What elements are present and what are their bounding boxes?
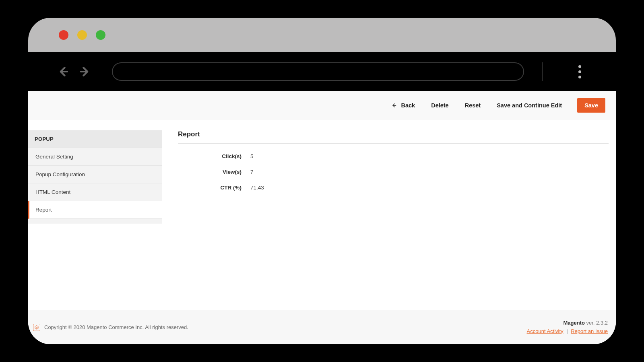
sidebar-item-report[interactable]: Report [28,201,162,219]
save-continue-label: Save and Continue Edit [497,102,562,109]
reset-label: Reset [465,102,481,109]
toolbar-separator [542,62,543,81]
main-panel: Report Click(s) 5 View(s) 7 CTR (%) 71.4… [162,130,609,224]
window-maximize-icon[interactable] [96,30,105,40]
nav-forward-button[interactable] [78,65,92,78]
footer-brand: Magento [563,320,584,326]
sidebar-heading: POPUP [28,130,162,148]
sidebar: POPUP General Setting Popup Configuratio… [28,130,162,224]
sidebar-item-label: Popup Configuration [35,171,85,177]
sidebar-item-popup-configuration[interactable]: Popup Configuration [28,166,162,183]
sidebar-item-label: Report [35,207,52,213]
sidebar-item-label: General Setting [35,154,73,160]
back-label: Back [401,102,415,109]
sidebar-item-label: HTML Content [35,189,70,195]
content-body: POPUP General Setting Popup Configuratio… [28,120,616,236]
report-row-ctr: CTR (%) 71.43 [178,185,609,191]
back-button[interactable]: Back [390,102,416,109]
report-row-views: View(s) 7 [178,169,609,175]
window-minimize-icon[interactable] [77,30,87,40]
browser-toolbar [28,52,616,91]
copyright-text: Copyright © 2020 Magento Commerce Inc. A… [44,324,188,330]
magento-logo-icon [33,324,40,331]
window-close-icon[interactable] [59,30,68,40]
footer-link-separator: | [566,328,568,334]
save-label: Save [584,102,598,109]
reset-button[interactable]: Reset [464,102,482,109]
footer: Copyright © 2020 Magento Commerce Inc. A… [28,310,616,344]
footer-right: Magento ver. 2.3.2 Account Activity | Re… [527,319,608,336]
report-issue-link[interactable]: Report an Issue [571,328,608,334]
sidebar-item-html-content[interactable]: HTML Content [28,183,162,201]
report-value: 71.43 [250,185,264,191]
app-viewport: Back Delete Reset Save and Continue Edit… [28,91,616,344]
report-value: 7 [250,169,254,175]
report-label: Click(s) [178,153,250,159]
sidebar-spacer [28,219,162,224]
account-activity-link[interactable]: Account Activity [527,328,564,334]
footer-left: Copyright © 2020 Magento Commerce Inc. A… [33,324,188,331]
section-title: Report [178,130,609,144]
window-controls [28,18,616,52]
delete-button[interactable]: Delete [430,102,450,109]
report-label: View(s) [178,169,250,175]
arrow-left-icon [391,103,397,108]
report-label: CTR (%) [178,185,250,191]
save-continue-button[interactable]: Save and Continue Edit [496,102,563,109]
page-action-bar: Back Delete Reset Save and Continue Edit… [28,91,616,120]
delete-label: Delete [431,102,449,109]
nav-back-button[interactable] [56,65,70,78]
report-row-clicks: Click(s) 5 [178,153,609,159]
browser-window: Back Delete Reset Save and Continue Edit… [28,18,616,344]
address-bar[interactable] [112,62,524,81]
save-button[interactable]: Save [577,98,605,113]
sidebar-item-general-setting[interactable]: General Setting [28,148,162,166]
report-value: 5 [250,153,254,159]
content-spacer [28,236,616,310]
footer-version: ver. 2.3.2 [585,320,608,326]
overflow-menu-icon[interactable] [576,65,584,78]
